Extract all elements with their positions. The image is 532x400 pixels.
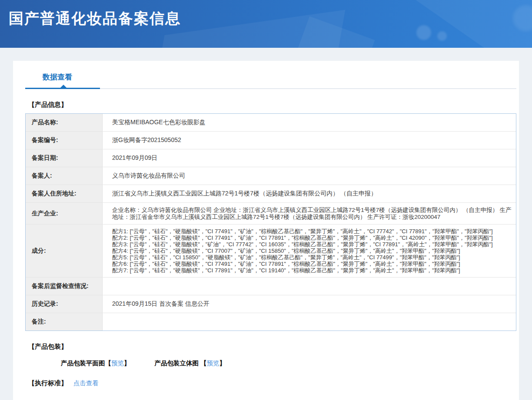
bracket-close: 】 [124,360,130,367]
table-row-manufacturer: 生产企业: 企业名称：义乌市诗茵化妆品有限公司 企业地址：浙江省义乌市上溪镇义西… [26,203,516,225]
row-value-filing-number: 浙G妆网备字2021505052 [103,132,516,149]
page-banner: 国产普通化妆品备案信息 [0,0,532,48]
table-row-remarks: 备注: [26,313,516,331]
table-row-filing-date: 备案日期: 2021年09月09日 [26,149,516,167]
row-value-post-filing-inspection [103,278,516,295]
packaging-flat-label: 产品包装平面图 [61,360,105,367]
table-row-ingredients: 成分: 配方1: ["云母"，"硅石"，"硬脂酸镁"，"CI 77491"，"矿… [26,225,516,278]
row-label-filing-date: 备案日期: [26,149,103,167]
section-title-standard: 【执行标准】 [28,379,67,387]
row-label-remarks: 备注: [26,313,103,331]
table-row-history: 历史记录: 2021年09月15日 首次备案 信息公开 [26,295,516,313]
formula-line-2: 配方2: ["云母"，"硅石"，"硬脂酸镁"，"CI 77491"，"矿油"，"… [112,235,512,241]
bracket-open: 【 [105,360,112,367]
packaging-3d-label: 产品包装立体图 [155,360,201,367]
tab-active-indicator [25,88,100,89]
formula-line-4: 配方4: ["云母"，"硅石"，"硬脂酸镁"，"CI 77007"，"矿油"，"… [112,248,512,254]
packaging-flat-item: 产品包装平面图【预览】 [61,359,130,367]
row-label-ingredients: 成分: [26,225,103,277]
content-card: 数据查看 【产品信息】 产品名称: 美宝格MEIBAOGE七色彩妆眼影盘 备案编… [13,61,519,400]
formula-line-7: 配方7: ["云母"，"硅石"，"硬脂酸镁"，"CI 77891"，"矿油"，"… [112,267,512,274]
bracket-close: 】 [219,360,226,367]
row-label-manufacturer: 生产企业: [26,203,103,224]
tab-underline [25,88,516,89]
table-row-filing-person: 备案人: 义乌市诗茵化妆品有限公司 [26,167,516,185]
row-value-history: 2021年09月15日 首次备案 信息公开 [103,295,516,313]
formula-line-5: 配方5: ["云母"，"硅石"，"CI 15850"，"硬脂酸镁"，"矿油"，"… [112,254,512,261]
formula-line-6: 配方6: ["云母"，"硅石"，"硬脂酸镁"，"CI 77491"，"矿油"，"… [112,261,512,267]
standard-row: 【执行标准】点击查看 [28,379,519,387]
row-label-post-filing-inspection: 备案后监督检查情况: [26,278,103,295]
row-label-product-name: 产品名称: [26,114,103,131]
table-row-post-filing-inspection: 备案后监督检查情况: [26,278,516,295]
page-title: 国产普通化妆品备案信息 [0,0,532,29]
packaging-3d-preview-link[interactable]: 预览 [207,360,219,367]
product-info-table: 产品名称: 美宝格MEIBAOGE七色彩妆眼影盘 备案编号: 浙G妆网备字202… [25,113,516,331]
table-row-product-name: 产品名称: 美宝格MEIBAOGE七色彩妆眼影盘 [26,114,516,132]
packaging-3d-item: 产品包装立体图 【预览】 [155,359,226,367]
row-label-filing-person-address: 备案人住所地址: [26,185,103,202]
row-label-history: 历史记录: [26,295,103,313]
row-value-filing-person: 义乌市诗茵化妆品有限公司 [103,167,516,185]
formula-line-1: 配方1: ["云母"，"硅石"，"硬脂酸镁"，"CI 77491"，"矿油"，"… [112,228,512,235]
packaging-flat-preview-link[interactable]: 预览 [111,360,124,367]
tab-data-view[interactable]: 数据查看 [43,72,72,82]
banner-decoration-circle [437,31,447,41]
row-value-manufacturer: 企业名称：义乌市诗茵化妆品有限公司 企业地址：浙江省义乌市上溪镇义西工业园区上城… [103,203,516,224]
table-row-filing-person-address: 备案人住所地址: 浙江省义乌市上溪镇义西工业园区上城路72号1号楼7楼（远扬建设… [26,185,516,203]
tab-bar: 数据查看 [13,61,519,89]
row-value-filing-person-address: 浙江省义乌市上溪镇义西工业园区上城路72号1号楼7楼（远扬建设集团有限公司内） … [103,185,516,202]
table-row-filing-number: 备案编号: 浙G妆网备字2021505052 [26,132,516,149]
bracket-open: 【 [200,360,207,367]
tab-indicator-arrow-icon [60,85,67,88]
section-title-packaging: 【产品包装】 [28,343,519,351]
row-value-product-name: 美宝格MEIBAOGE七色彩妆眼影盘 [103,114,516,131]
section-title-product-info: 【产品信息】 [28,101,519,109]
row-value-filing-date: 2021年09月09日 [103,149,516,167]
standard-view-link[interactable]: 点击查看 [73,380,99,387]
row-label-filing-person: 备案人: [26,167,103,185]
tab-divider-line [100,88,516,89]
row-label-filing-number: 备案编号: [26,132,103,149]
formula-line-3: 配方3: ["云母"，"硅石"，"硬脂酸镁"，"矿油"，"CI 77742"，"… [112,241,512,248]
row-value-remarks [103,313,516,331]
packaging-row: 产品包装平面图【预览】 产品包装立体图 【预览】 [61,359,519,367]
row-value-ingredients: 配方1: ["云母"，"硅石"，"硬脂酸镁"，"CI 77491"，"矿油"，"… [103,225,516,277]
